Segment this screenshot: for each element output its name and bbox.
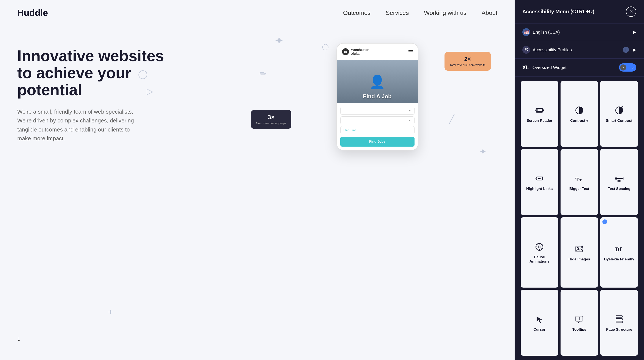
phone-nav: ◀▶ ManchesterDigital — [337, 43, 418, 60]
a11y-card-pause-animations[interactable]: Pause Animations — [521, 217, 558, 288]
text-spacing-icon — [614, 173, 625, 184]
nav-about[interactable]: About — [482, 9, 497, 16]
a11y-oversized-widget-row: XL Oversized Widget ✕ ✓ — [514, 59, 644, 76]
phone-find-jobs-button[interactable]: Find Jobs — [340, 137, 414, 147]
svg-rect-30 — [538, 246, 540, 248]
website-nav: Huddle Outcomes Services Working with us… — [0, 0, 514, 26]
a11y-card-tooltips[interactable]: Tooltips — [560, 290, 598, 356]
dyslexia-friendly-label: Dyslexia Friendly — [604, 257, 634, 262]
phone-logo: ◀▶ ManchesterDigital — [342, 48, 368, 56]
a11y-language-row[interactable]: 🇺🇸 English (USA) ▶ — [514, 23, 644, 41]
bubble-signups-number: 3× — [256, 114, 286, 121]
a11y-card-screen-reader[interactable]: Screen Reader — [521, 81, 558, 147]
a11y-card-highlight-links[interactable]: Highlight Links — [521, 149, 558, 215]
accessibility-panel: Accessibility Menu (CTRL+U) ✕ 🇺🇸 English… — [514, 0, 644, 360]
hero-section: Innovative websites to achieve your pote… — [0, 26, 514, 163]
nav-outcomes[interactable]: Outcomes — [343, 9, 371, 16]
deco-circle: ◯ — [322, 43, 329, 50]
cursor-label: Cursor — [533, 328, 546, 332]
profiles-info-badge: i — [623, 47, 629, 53]
bubble-signups-label: New member sign-ups — [256, 122, 286, 125]
deco-star-2: ✦ — [479, 147, 486, 156]
svg-line-26 — [537, 244, 538, 245]
svg-line-27 — [541, 249, 542, 249]
a11y-close-button[interactable]: ✕ — [626, 6, 636, 17]
dyslexia-info-badge: i — [602, 219, 607, 224]
svg-rect-41 — [616, 318, 622, 320]
a11y-card-smart-contrast[interactable]: Smart Contrast — [600, 81, 638, 147]
tooltips-label: Tooltips — [572, 328, 586, 332]
deco-slash: ╱ — [449, 114, 454, 124]
svg-point-0 — [526, 48, 527, 50]
phone-form: ▼ ▼ Start Time Find Jobs — [337, 103, 418, 150]
us-flag-icon: 🇺🇸 — [522, 28, 530, 36]
accessibility-profiles-icon — [522, 46, 530, 54]
a11y-profiles-row[interactable]: Accessibility Profiles i ▶ — [514, 41, 644, 59]
deco-star: ✦ — [274, 34, 284, 47]
phone-logo-text: ManchesterDigital — [351, 48, 368, 56]
phone-hamburger-menu[interactable] — [408, 50, 413, 53]
deco-play: ▷ — [147, 86, 153, 96]
svg-text:T: T — [576, 176, 579, 182]
a11y-card-bigger-text[interactable]: T T Bigger Text — [560, 149, 598, 215]
svg-rect-31 — [540, 246, 540, 248]
oversized-widget-toggle[interactable]: ✕ ✓ — [619, 63, 636, 71]
language-label: English (USA) — [533, 30, 631, 35]
cursor-icon — [534, 314, 545, 325]
website-logo[interactable]: Huddle — [17, 8, 48, 18]
a11y-card-cursor[interactable]: Cursor — [521, 290, 558, 356]
phone-hero-title: Find A Job — [337, 93, 418, 100]
pause-animations-icon — [534, 241, 545, 252]
phone-hero-image: 👤 Find A Job — [337, 60, 418, 103]
a11y-card-page-structure[interactable]: Page Structure — [600, 290, 638, 356]
deco-plus: + — [108, 307, 113, 317]
close-icon: ✕ — [629, 9, 633, 14]
hero-subtitle: We're a small, friendly team of web spec… — [17, 107, 138, 143]
page-structure-label: Page Structure — [606, 328, 632, 332]
svg-line-28 — [541, 244, 542, 245]
screen-reader-icon — [534, 105, 545, 116]
phone-logo-icon: ◀▶ — [342, 48, 349, 55]
oversized-widget-label: Oversized Widget — [532, 65, 616, 70]
svg-point-1 — [527, 48, 528, 49]
website-area: Huddle Outcomes Services Working with us… — [0, 0, 514, 360]
page-structure-icon — [614, 314, 625, 325]
bubble-revenue-number: 2× — [450, 56, 486, 62]
toggle-check-icon: ✓ — [632, 65, 634, 70]
bubble-revenue: 2× Total revenue from website — [444, 52, 491, 71]
profiles-label: Accessibility Profiles — [533, 47, 620, 52]
a11y-header: Accessibility Menu (CTRL+U) ✕ — [514, 0, 644, 23]
hero-right: ✦ ◯ ✏ ◀▶ ManchesterDigital 👤 Find A Job — [257, 39, 497, 150]
smart-contrast-icon — [614, 105, 625, 116]
phone-input-1[interactable]: ▼ — [340, 107, 414, 115]
bubble-signups: 3× New member sign-ups — [251, 110, 291, 129]
svg-text:T: T — [579, 178, 582, 182]
bubble-revenue-label: Total revenue from website — [450, 63, 486, 67]
phone-input-2[interactable]: ▼ — [340, 116, 414, 124]
contrast-plus-icon — [574, 105, 585, 116]
bigger-text-icon: T T — [574, 173, 585, 184]
phone-input-start-time[interactable]: Start Time — [340, 126, 414, 134]
deco-circle-2: ◯ — [138, 69, 148, 79]
a11y-features-grid: Screen Reader Contrast + — [514, 76, 644, 360]
a11y-card-contrast-plus[interactable]: Contrast + — [560, 81, 598, 147]
hide-images-icon — [574, 243, 585, 255]
nav-services[interactable]: Services — [386, 9, 409, 16]
a11y-card-text-spacing[interactable]: Text Spacing — [600, 149, 638, 215]
svg-point-39 — [579, 317, 580, 318]
contrast-plus-label: Contrast + — [570, 119, 588, 123]
profiles-chevron-icon: ▶ — [633, 47, 636, 52]
nav-working[interactable]: Working with us — [424, 9, 466, 16]
a11y-card-dyslexia-friendly[interactable]: i Df Dyslexia Friendly — [600, 217, 638, 288]
scroll-down-arrow[interactable]: ↓ — [17, 335, 21, 343]
svg-rect-40 — [616, 316, 622, 317]
svg-rect-42 — [616, 321, 622, 323]
svg-text:Df: Df — [615, 246, 622, 253]
dyslexia-friendly-icon: Df — [614, 243, 625, 255]
toggle-x-icon: ✕ — [620, 64, 626, 70]
a11y-card-hide-images[interactable]: Hide Images — [560, 217, 598, 288]
text-spacing-label: Text Spacing — [608, 187, 630, 191]
phone-inputs: ▼ ▼ Start Time — [340, 107, 414, 134]
svg-point-9 — [620, 108, 621, 109]
highlight-links-label: Highlight Links — [526, 187, 553, 191]
